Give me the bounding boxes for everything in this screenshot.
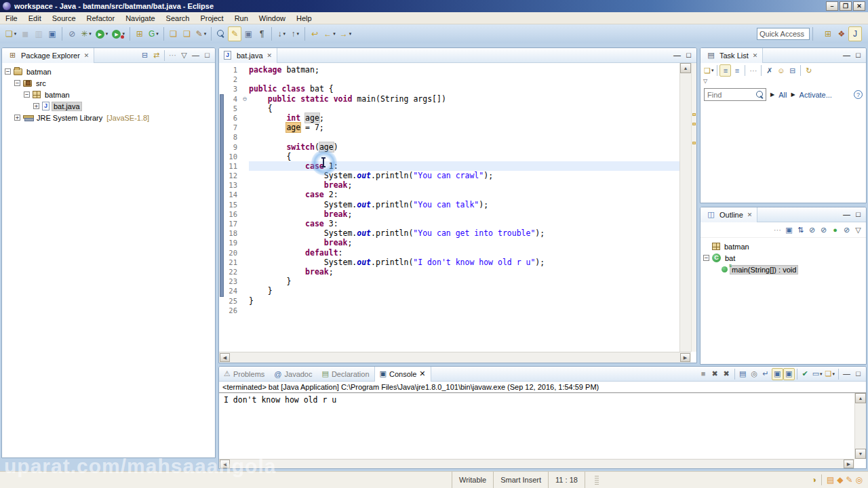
line-number[interactable]: 11 <box>219 161 241 171</box>
tab-declaration[interactable]: ▤Declaration <box>317 367 374 382</box>
mark-occurrences-icon[interactable]: ✎ <box>228 26 241 41</box>
view-menu-dots-icon[interactable]: ⋯ <box>747 64 759 77</box>
graduation-cap-icon[interactable]: ◆ <box>837 475 843 485</box>
activate-link[interactable]: Activate... <box>800 91 832 99</box>
tree-item-project-batman[interactable]: −batman <box>2 66 215 77</box>
remove-all-terminated-icon[interactable]: ✖ <box>721 368 732 380</box>
all-filter-link[interactable]: All <box>778 91 787 99</box>
minimize-icon[interactable]: — <box>841 368 852 380</box>
close-window-button[interactable]: ✕ <box>853 1 865 11</box>
open-declaration-icon[interactable]: ▣ <box>241 26 255 41</box>
maximize-icon[interactable]: □ <box>852 209 864 221</box>
outline-item-main[interactable]: main(String[]) : void <box>701 264 866 275</box>
tree-item-package-batman[interactable]: −batman <box>2 89 215 100</box>
eclipse-ball-icon[interactable]: ◑ <box>812 475 816 485</box>
line-number[interactable]: 25 <box>219 296 241 306</box>
view-menu-dots-icon[interactable]: ⋯ <box>772 224 783 236</box>
categorized-icon[interactable]: ≡ <box>719 64 731 77</box>
line-number[interactable]: 17 <box>219 219 241 228</box>
task-list-tab[interactable]: ▤ Task List ✕ <box>701 48 763 63</box>
book-icon[interactable]: ▤ <box>827 475 834 485</box>
expand-icon[interactable]: + <box>14 115 20 121</box>
menu-window[interactable]: Window <box>254 14 291 23</box>
help-icon[interactable]: ? <box>854 90 863 99</box>
code-editor-area[interactable]: 1package batman;23public class bat {4⊖ p… <box>219 63 696 352</box>
outline-item-bat[interactable]: −bat <box>701 252 866 264</box>
line-number[interactable]: 7 <box>219 123 241 132</box>
save-icon[interactable]: ◼ <box>18 26 32 41</box>
last-edit-location-icon[interactable]: ↩ <box>308 26 321 41</box>
line-number[interactable]: 14 <box>219 190 241 199</box>
fold-collapse-icon[interactable]: ⊖ <box>241 94 249 104</box>
remove-launch-icon[interactable]: ✖ <box>709 368 721 380</box>
target-circle-icon[interactable]: ◎ <box>856 475 863 485</box>
line-number[interactable]: 9 <box>219 142 241 152</box>
line-number[interactable]: 18 <box>219 228 241 238</box>
show-whitespace-icon[interactable]: ¶ <box>255 26 269 41</box>
line-number[interactable]: 24 <box>219 286 241 296</box>
editor-vertical-scrollbar[interactable]: ▲ <box>679 63 691 352</box>
close-icon[interactable]: ✕ <box>753 52 758 59</box>
tab-console[interactable]: ▣Console✕ <box>374 367 431 382</box>
line-number[interactable]: 8 <box>219 132 241 142</box>
open-console-icon[interactable]: ❏▾ <box>824 368 836 380</box>
editor-tab-bat-java[interactable]: J bat.java ✕ <box>219 48 277 63</box>
menu-run[interactable]: Run <box>229 14 254 23</box>
run-icon[interactable]: ▶▾ <box>94 26 111 41</box>
maximize-icon[interactable]: □ <box>683 49 694 62</box>
package-explorer-tab[interactable]: ⊞ Package Explorer ✕ <box>2 48 94 63</box>
focus-person-icon[interactable]: ☺ <box>775 64 787 77</box>
hide-completed-icon[interactable]: ✗ <box>764 64 775 77</box>
run-external-icon[interactable]: ▶▾ <box>110 26 127 41</box>
line-number[interactable]: 12 <box>219 171 241 180</box>
team-sync-perspective-icon[interactable]: ❖ <box>835 26 848 41</box>
console-horizontal-scrollbar[interactable]: ◀ ▶ <box>219 459 854 468</box>
new-java-project-icon[interactable]: ⊞ <box>133 26 146 41</box>
word-wrap-icon[interactable]: ↵ <box>760 368 772 380</box>
scheduled-icon[interactable]: ≡ <box>731 64 743 77</box>
scroll-right-icon[interactable]: ▶ <box>680 353 690 362</box>
line-number[interactable]: 19 <box>219 238 241 247</box>
minimize-icon[interactable]: — <box>671 49 683 62</box>
java-perspective-icon[interactable]: J <box>848 26 862 41</box>
collapse-icon[interactable]: − <box>5 68 11 75</box>
menu-refactor[interactable]: Refactor <box>81 14 121 23</box>
close-icon[interactable]: ✕ <box>419 369 425 378</box>
scroll-up-icon[interactable]: ▲ <box>680 63 691 73</box>
expand-arrow-icon[interactable]: ▶ <box>791 92 795 98</box>
line-number[interactable]: 23 <box>219 277 241 286</box>
outline-item-batman[interactable]: batman <box>701 241 866 252</box>
skip-breakpoints-icon[interactable]: ⊘ <box>65 26 79 41</box>
outline-tab[interactable]: ◫ Outline ✕ <box>701 207 757 222</box>
minimize-icon[interactable]: — <box>841 49 852 62</box>
console-vertical-scrollbar[interactable]: ▲ ▼ <box>854 393 866 459</box>
line-number[interactable]: 16 <box>219 209 241 219</box>
line-number[interactable]: 2 <box>219 75 241 84</box>
chevron-down-icon[interactable]: ▽ <box>701 78 866 86</box>
scroll-right-icon[interactable]: ▶ <box>844 460 854 468</box>
scroll-left-icon[interactable]: ◀ <box>220 353 230 362</box>
hide-static-members-icon[interactable]: ⊘ <box>818 224 829 236</box>
debug-icon[interactable]: ✳▾ <box>79 26 94 41</box>
tree-item-jre-library[interactable]: +JRE System Library[JavaSE-1.8] <box>2 112 215 123</box>
expand-arrow-icon[interactable]: ▶ <box>770 92 774 98</box>
occurrence-marker[interactable] <box>692 142 696 144</box>
new-task-icon[interactable]: ❏▾ <box>703 64 715 77</box>
previous-annotation-icon[interactable]: ↑▾ <box>288 26 302 41</box>
import-folder-icon[interactable]: ❏ <box>180 26 194 41</box>
occurrence-marker[interactable] <box>692 123 696 125</box>
close-icon[interactable]: ✕ <box>747 211 753 218</box>
collapse-icon[interactable]: − <box>14 80 20 86</box>
back-icon[interactable]: ←▾ <box>321 26 338 41</box>
menu-navigate[interactable]: Navigate <box>120 14 160 23</box>
overview-ruler[interactable] <box>691 63 696 352</box>
new-wizard-icon[interactable]: ❏▾ <box>3 26 18 41</box>
scroll-down-icon[interactable]: ▼ <box>855 449 866 459</box>
tree-item-src[interactable]: −src <box>2 77 215 89</box>
open-perspective-icon[interactable]: ⊞ <box>821 26 835 41</box>
tree-item-bat-java[interactable]: +Jbat.java <box>2 100 215 112</box>
minimize-icon[interactable]: — <box>841 209 852 221</box>
next-annotation-icon[interactable]: ↓▾ <box>275 26 288 41</box>
view-menu-dots-icon[interactable]: ⋯ <box>167 49 178 62</box>
sort-icon[interactable]: ⇅ <box>795 224 806 236</box>
